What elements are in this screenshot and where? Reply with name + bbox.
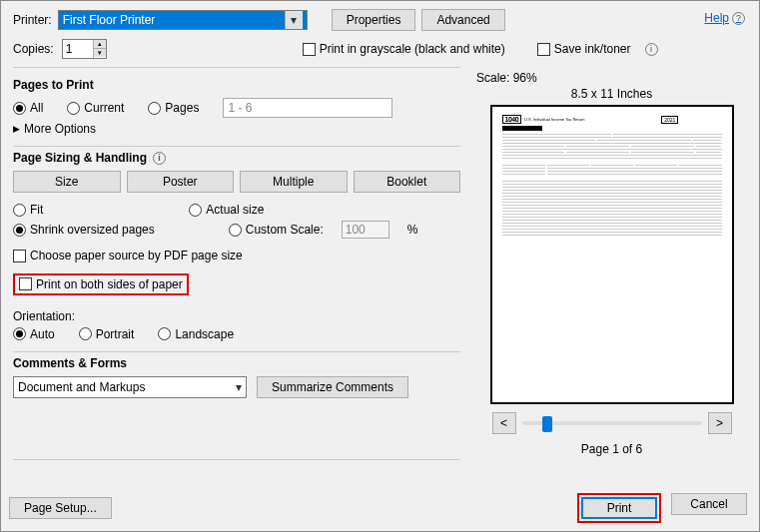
paper-size-label: 8.5 x 11 Inches xyxy=(476,87,747,101)
pages-range-input[interactable]: 1 - 6 xyxy=(223,98,392,118)
print-preview: 1040 U.S. Individual Income Tax Return 2… xyxy=(490,105,734,404)
print-button[interactable]: Print xyxy=(581,497,657,519)
summarize-comments-button[interactable]: Summarize Comments xyxy=(257,376,408,398)
grayscale-checkbox[interactable]: Print in grayscale (black and white) xyxy=(303,42,505,56)
custom-scale-input[interactable]: 100 xyxy=(342,221,389,239)
orientation-portrait-radio[interactable]: Portrait xyxy=(79,327,135,341)
print-highlight: Print xyxy=(577,493,661,523)
poster-button[interactable]: Poster xyxy=(127,171,235,193)
page-setup-button[interactable]: Page Setup... xyxy=(9,497,112,519)
info-icon: i xyxy=(645,43,658,56)
sizing-header: Page Sizing & Handling xyxy=(13,151,147,165)
fit-radio[interactable]: Fit xyxy=(13,203,43,217)
save-ink-checkbox[interactable]: Save ink/toner xyxy=(537,42,631,56)
duplex-checkbox[interactable]: Print on both sides of paper xyxy=(19,277,183,291)
properties-button[interactable]: Properties xyxy=(332,9,416,31)
copies-spinner[interactable]: ▲▼ xyxy=(62,39,107,59)
triangle-right-icon: ▶ xyxy=(13,124,20,134)
pages-current-radio[interactable]: Current xyxy=(67,101,124,115)
pages-to-print-header: Pages to Print xyxy=(13,78,460,92)
choose-paper-checkbox[interactable]: Choose paper source by PDF page size xyxy=(13,249,243,263)
page-indicator: Page 1 of 6 xyxy=(476,442,747,456)
printer-select[interactable]: First Floor Printer ▾ xyxy=(58,10,308,30)
spinner-up-icon[interactable]: ▲ xyxy=(94,40,106,49)
more-options-toggle[interactable]: ▶ More Options xyxy=(13,122,460,136)
orientation-label: Orientation: xyxy=(13,309,460,323)
spinner-down-icon[interactable]: ▼ xyxy=(94,49,106,57)
comments-select[interactable]: Document and Markups ▾ xyxy=(13,376,247,398)
info-icon: i xyxy=(153,152,166,165)
multiple-button[interactable]: Multiple xyxy=(240,171,348,193)
pages-range-radio[interactable]: Pages xyxy=(148,101,199,115)
pages-all-radio[interactable]: All xyxy=(13,101,43,115)
help-icon: ? xyxy=(732,12,745,25)
slider-thumb[interactable] xyxy=(542,416,552,432)
copies-label: Copies: xyxy=(13,42,54,56)
size-button[interactable]: Size xyxy=(13,171,121,193)
preview-slider[interactable] xyxy=(522,421,702,425)
orientation-auto-radio[interactable]: Auto xyxy=(13,327,55,341)
printer-label: Printer: xyxy=(13,13,52,27)
preview-next-button[interactable]: > xyxy=(708,412,732,434)
form-year: 2021 xyxy=(661,116,678,124)
orientation-landscape-radio[interactable]: Landscape xyxy=(158,327,234,341)
copies-input[interactable] xyxy=(63,40,93,58)
scale-label: Scale: 96% xyxy=(476,71,747,85)
shrink-radio[interactable]: Shrink oversized pages xyxy=(13,223,155,237)
form-number: 1040 xyxy=(502,115,522,124)
help-link[interactable]: Help ? xyxy=(704,11,745,25)
duplex-highlight: Print on both sides of paper xyxy=(13,273,189,295)
chevron-down-icon: ▾ xyxy=(236,380,242,394)
cancel-button[interactable]: Cancel xyxy=(671,493,747,515)
percent-label: % xyxy=(407,223,418,237)
comments-header: Comments & Forms xyxy=(13,356,460,370)
custom-scale-radio[interactable]: Custom Scale: xyxy=(229,223,324,237)
printer-value: First Floor Printer xyxy=(63,13,156,27)
booklet-button[interactable]: Booklet xyxy=(354,171,461,193)
actual-size-radio[interactable]: Actual size xyxy=(189,203,264,217)
chevron-down-icon: ▾ xyxy=(285,11,303,29)
advanced-button[interactable]: Advanced xyxy=(421,9,504,31)
preview-prev-button[interactable]: < xyxy=(492,412,516,434)
